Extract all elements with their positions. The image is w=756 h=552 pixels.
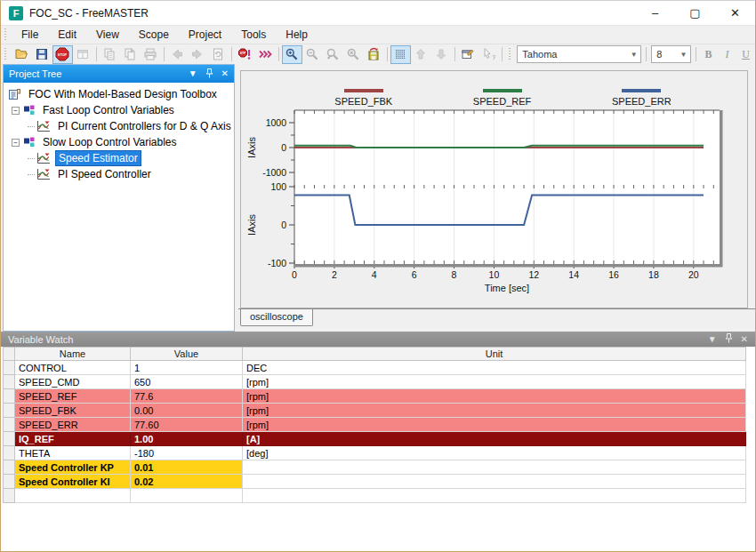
column-header-name[interactable]: Name [15,348,131,361]
table-row[interactable] [4,489,746,503]
cell-name[interactable]: CONTROL [15,361,131,375]
scope-zoom-default-button[interactable] [282,45,302,64]
cell-value[interactable]: 77.6 [131,389,243,404]
go-back-button[interactable] [167,45,188,64]
cell-unit[interactable]: DEC [243,361,746,375]
tree-item[interactable]: Speed Estimator [4,150,234,166]
close-icon[interactable]: ✕ [741,335,748,344]
menu-item-view[interactable]: View [86,27,129,43]
scope-zoom-out-button[interactable] [302,45,323,64]
oscilloscope-chart[interactable]: 10000-1000IAxis1000-100IAxis024681012141… [241,108,747,304]
column-header-value[interactable]: Value [131,348,243,361]
collapse-expander-icon[interactable]: − [12,139,20,147]
cell-name[interactable]: THETA [15,446,131,460]
tree-item[interactable]: PI Current Controllers for D & Q Axis [4,118,234,134]
cell-value[interactable]: 77.60 [131,418,243,432]
cell-name[interactable]: SPEED_CMD [15,375,131,389]
menu-item-help[interactable]: Help [276,27,318,43]
table-row[interactable]: THETA-180[deg] [4,446,746,460]
pin-icon[interactable] [205,68,213,80]
table-row[interactable]: Speed Controller KP0.01 [4,460,746,475]
font-size-combo[interactable]: 8 ▼ [651,45,691,63]
menu-item-edit[interactable]: Edit [48,27,86,43]
collapse-expander-icon[interactable]: − [12,107,20,115]
cell-name[interactable]: SPEED_FBK [15,404,131,418]
cell-value[interactable]: 0.01 [131,460,243,475]
table-row[interactable]: SPEED_FBK0.00[rpm] [4,404,746,418]
reload-page-button[interactable] [208,45,229,64]
underline-button[interactable]: U [736,45,755,63]
cell-value[interactable] [131,489,243,503]
cell-value[interactable]: 1.00 [131,432,243,446]
toolbar-gripper[interactable] [4,48,8,61]
cell-name[interactable]: IQ_REF [15,432,131,446]
stop-communication-button[interactable]: STOP [52,45,73,64]
fast-communication-button[interactable] [255,45,276,64]
scope-zoom-free-button[interactable] [343,45,364,64]
cell-name[interactable]: SPEED_ERR [15,418,131,432]
copy-special-button[interactable] [120,45,141,64]
table-row[interactable]: SPEED_REF77.6[rpm] [4,389,746,404]
format-toolbar-gripper[interactable] [508,48,512,61]
cell-unit[interactable]: [rpm] [243,418,746,432]
cell-value[interactable]: 0.02 [131,475,243,489]
cell-unit[interactable] [243,489,746,503]
pin-icon[interactable] [725,333,733,345]
stop-on-error-button[interactable]: STP [235,45,255,64]
cell-unit[interactable]: [rpm] [243,375,746,389]
cell-value[interactable]: 0.00 [131,404,243,418]
chevron-down-icon[interactable]: ▼ [708,335,717,344]
cell-unit[interactable]: [A] [243,432,746,446]
chevron-down-icon[interactable]: ▼ [677,51,690,59]
cell-unit[interactable]: [rpm] [243,389,746,404]
scope-zoom-undo-button[interactable] [323,45,343,64]
table-row[interactable]: SPEED_ERR77.60[rpm] [4,418,746,432]
font-name-combo[interactable]: Tahoma ▼ [517,45,641,63]
tree-item[interactable]: FOC With Model-Based Design Toolbox [4,86,234,102]
cell-unit[interactable] [243,475,746,489]
copy-button[interactable] [100,45,120,64]
go-forward-button[interactable] [188,45,208,64]
chevron-down-icon[interactable]: ▼ [189,69,197,78]
table-row[interactable]: CONTROL1DEC [4,361,746,375]
close-button[interactable]: ✕ [715,1,755,25]
move-down-button[interactable] [431,45,452,64]
close-icon[interactable]: ✕ [221,69,229,78]
print-button[interactable] [141,45,161,64]
tree-item[interactable]: PI Speed Controller [4,166,234,182]
column-header-unit[interactable]: Unit [243,348,746,361]
menu-item-project[interactable]: Project [179,27,231,43]
cell-name[interactable] [15,489,131,503]
table-row[interactable]: SPEED_CMD650[rpm] [4,375,746,389]
table-row[interactable]: IQ_REF1.00[A] [4,432,746,446]
tab-oscilloscope[interactable]: oscilloscope [240,309,313,326]
italic-button[interactable]: I [718,45,736,63]
cell-unit[interactable]: [rpm] [243,404,746,418]
bold-button[interactable]: B [699,45,718,63]
properties-button[interactable] [458,45,479,64]
cell-unit[interactable]: [deg] [243,446,746,460]
save-scope-data-button[interactable] [364,45,384,64]
context-help-button[interactable]: ? [479,45,499,64]
cell-name[interactable]: SPEED_REF [15,389,131,404]
menu-item-file[interactable]: File [12,27,48,43]
cell-value[interactable]: 1 [131,361,243,375]
menu-item-scope[interactable]: Scope [129,27,179,43]
project-window-button[interactable] [73,45,93,64]
toggle-grid-button[interactable] [390,45,411,64]
chevron-down-icon[interactable]: ▼ [627,51,640,59]
cell-value[interactable]: 650 [131,375,243,389]
cell-value[interactable]: -180 [131,446,243,460]
tree-item[interactable]: −Fast Loop Control Variables [4,102,234,118]
minimize-button[interactable]: – [635,1,675,25]
cell-name[interactable]: Speed Controller KI [15,475,131,489]
move-up-button[interactable] [411,45,431,64]
table-row[interactable]: Speed Controller KI0.02 [4,475,746,489]
cell-unit[interactable] [243,460,746,475]
tree-item[interactable]: −Slow Loop Control Variables [4,134,234,150]
menu-item-tools[interactable]: Tools [231,27,276,43]
maximize-button[interactable]: ▢ [675,1,715,25]
save-project-button[interactable] [32,45,52,64]
cell-name[interactable]: Speed Controller KP [15,460,131,475]
open-project-button[interactable] [12,45,32,64]
